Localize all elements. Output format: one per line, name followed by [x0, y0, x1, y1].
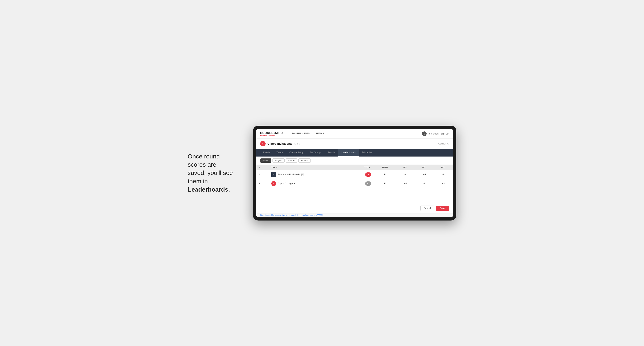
- cell-rd3: +3: [434, 179, 453, 188]
- tab-teams[interactable]: Teams: [274, 149, 286, 157]
- nav-right: S Test User | Sign out: [422, 131, 449, 136]
- save-button[interactable]: Save: [436, 206, 449, 211]
- tablet-screen: SCOREBOARD Powered by clippd TOURNAMENTS…: [256, 129, 453, 217]
- page-wrapper: Once round scores are saved, you'll see …: [188, 126, 456, 220]
- team-name: Clippd College [A]: [278, 182, 296, 185]
- score-badge: +3: [365, 181, 371, 186]
- cell-rd2: +5: [415, 170, 434, 179]
- cell-team: C Clippd College [A]: [269, 179, 349, 188]
- logo-area: SCOREBOARD Powered by clippd: [260, 131, 283, 136]
- score-badge: -5: [365, 173, 371, 177]
- desc-line3: saved, you'll see: [188, 169, 233, 176]
- logo-text: SCOREBOARD: [260, 131, 283, 135]
- tab-tee-groups[interactable]: Tee Groups: [306, 149, 324, 157]
- tab-bar: Details Teams Course Setup Tee Groups Re…: [256, 149, 453, 157]
- left-description: Once round scores are saved, you'll see …: [188, 152, 242, 194]
- top-navigation: SCOREBOARD Powered by clippd TOURNAMENTS…: [256, 129, 453, 139]
- user-avatar: S: [422, 131, 426, 136]
- col-rd3: RD3: [434, 165, 453, 170]
- col-rd2: RD2: [415, 165, 434, 170]
- col-thru: THRU: [374, 165, 396, 170]
- cancel-button[interactable]: Cancel: [420, 205, 434, 211]
- tournament-title: Clippd Invitational: [268, 142, 292, 145]
- nav-teams[interactable]: TEAMS: [312, 129, 327, 139]
- tournament-subtitle: (Men): [294, 142, 300, 145]
- col-total: TOTAL: [349, 165, 374, 170]
- leaderboard-content: # TEAM TOTAL THRU RD1 RD2 RD3 1 SU Sco: [256, 165, 453, 203]
- filter-scores[interactable]: Scores: [286, 159, 297, 163]
- cell-total: +3: [349, 179, 374, 188]
- cell-thru: F: [374, 179, 396, 188]
- cell-rank: 1: [256, 170, 269, 179]
- team-cell: SU Scoreboard University [A]: [271, 172, 347, 177]
- cell-thru: F: [374, 170, 396, 179]
- cell-total: -5: [349, 170, 374, 179]
- filter-players[interactable]: Players: [272, 159, 284, 163]
- cell-rd3: -6: [434, 170, 453, 179]
- tournament-icon: C: [260, 141, 266, 146]
- desc-line5-end: .: [228, 186, 230, 193]
- cell-rd1: -4: [396, 170, 415, 179]
- tab-course-setup[interactable]: Course Setup: [286, 149, 306, 157]
- table-row: 1 SU Scoreboard University [A] -5 F -4 +…: [256, 170, 453, 179]
- tab-printables[interactable]: Printables: [359, 149, 375, 157]
- cell-rd2: -8: [415, 179, 434, 188]
- main-nav-links: TOURNAMENTS TEAMS: [288, 129, 422, 139]
- tab-results[interactable]: Results: [324, 149, 338, 157]
- col-team: TEAM: [269, 165, 349, 170]
- desc-line2: scores are: [188, 161, 216, 168]
- footer: Cancel Save: [256, 203, 453, 213]
- filter-strokes[interactable]: Strokes: [298, 159, 310, 163]
- leaderboard-table: # TEAM TOTAL THRU RD1 RD2 RD3 1 SU Sco: [256, 165, 453, 188]
- team-logo: SU: [271, 172, 276, 177]
- tournament-header: C Clippd Invitational (Men) Cancel ✕: [256, 139, 453, 149]
- tab-details[interactable]: Details: [260, 149, 274, 157]
- logo-powered: Powered by clippd: [260, 135, 283, 136]
- cell-rd1: +8: [396, 179, 415, 188]
- cell-rank: 2: [256, 179, 269, 188]
- table-row: 2 C Clippd College [A] +3 F +8 -8 +3: [256, 179, 453, 188]
- nav-tournaments[interactable]: TOURNAMENTS: [288, 129, 312, 139]
- user-name: Test User |: [428, 132, 439, 135]
- desc-line5-bold: Leaderboards: [188, 186, 228, 193]
- team-logo: C: [271, 181, 276, 186]
- cell-team: SU Scoreboard University [A]: [269, 170, 349, 179]
- url-bar: https://stage-blue-coach.stagescoreboard…: [256, 213, 453, 217]
- team-cell: C Clippd College [A]: [271, 181, 347, 186]
- tab-leaderboards[interactable]: Leaderboards: [338, 149, 359, 157]
- cancel-top-button[interactable]: Cancel ✕: [438, 142, 449, 145]
- filter-row: Teams Players Scores Strokes: [256, 157, 453, 165]
- table-header-row: # TEAM TOTAL THRU RD1 RD2 RD3: [256, 165, 453, 170]
- desc-line1: Once round: [188, 153, 220, 160]
- desc-line4: them in: [188, 178, 208, 185]
- close-icon[interactable]: ✕: [447, 142, 449, 145]
- col-rd1: RD1: [396, 165, 415, 170]
- col-rank: #: [256, 165, 269, 170]
- sign-out-link[interactable]: Sign out: [440, 132, 449, 135]
- filter-teams[interactable]: Teams: [260, 159, 271, 163]
- team-name: Scoreboard University [A]: [278, 173, 304, 176]
- tablet-device: SCOREBOARD Powered by clippd TOURNAMENTS…: [253, 126, 456, 220]
